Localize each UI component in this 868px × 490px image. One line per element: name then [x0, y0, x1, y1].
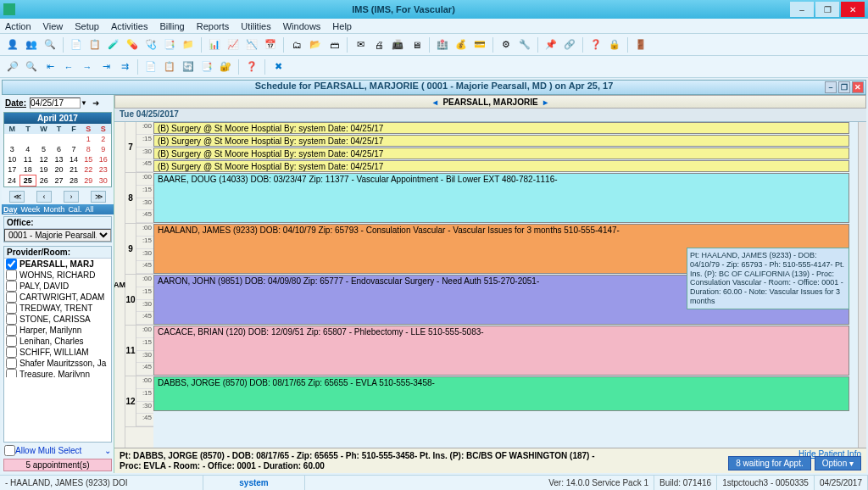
appointment-block[interactable]: (B) Surgery @ St Moore Hosptial By: syst…: [153, 122, 849, 134]
provider-item[interactable]: TREDWAY, TRENT: [4, 303, 111, 314]
lock-icon[interactable]: 🔒: [607, 37, 622, 53]
nav-fwd-icon[interactable]: →: [80, 59, 95, 75]
provider-item[interactable]: Lenihan, Charles: [4, 336, 111, 347]
date-go-button[interactable]: ➜: [89, 97, 103, 109]
menu-view[interactable]: View: [43, 21, 64, 31]
tool-icon[interactable]: 📅: [263, 37, 278, 53]
nav-last-icon[interactable]: ⇉: [117, 59, 132, 75]
tool-icon[interactable]: 🗃: [326, 37, 342, 53]
appointment-block[interactable]: (B) Surgery @ St Moore Hosptial By: syst…: [153, 135, 849, 147]
calendar-day[interactable]: 21: [66, 164, 81, 175]
calendar-day[interactable]: 4: [19, 144, 36, 154]
calendar-day[interactable]: 3: [4, 144, 19, 154]
search-icon[interactable]: 🔍: [24, 59, 39, 75]
tool-icon[interactable]: 📑: [199, 59, 214, 75]
office-select[interactable]: 0001 - Majorie Pearsall, MD: [4, 229, 111, 242]
date-dropdown-icon[interactable]: ▼: [81, 99, 87, 107]
cal-prev[interactable]: ‹: [36, 191, 52, 203]
child-maximize-button[interactable]: ❐: [838, 81, 850, 93]
calendar-day[interactable]: 12: [36, 154, 51, 164]
provider-item[interactable]: PEARSALL, MARJ: [4, 259, 111, 270]
calendar-day[interactable]: 26: [36, 175, 51, 187]
view-tab-day[interactable]: Day: [3, 205, 18, 214]
child-close-button[interactable]: ✕: [852, 81, 864, 93]
child-minimize-button[interactable]: –: [825, 81, 837, 93]
calendar-day[interactable]: 9: [96, 144, 110, 154]
tool-icon[interactable]: 🩺: [143, 37, 159, 53]
calendar-day[interactable]: [4, 134, 19, 144]
tool-icon[interactable]: 📌: [543, 37, 559, 53]
view-tab-cal[interactable]: Cal.: [68, 205, 81, 214]
calendar-day[interactable]: 7: [66, 144, 81, 154]
tool-icon[interactable]: 📈: [225, 37, 241, 53]
help-icon[interactable]: ❓: [588, 37, 604, 53]
calendar-day[interactable]: 27: [52, 175, 66, 187]
calendar-day[interactable]: 19: [36, 164, 51, 175]
calendar-day[interactable]: 16: [96, 154, 110, 164]
calendar-day[interactable]: 13: [52, 154, 66, 164]
tool-icon[interactable]: 📊: [207, 37, 222, 53]
cal-next[interactable]: ›: [64, 191, 79, 203]
calendar-day[interactable]: [19, 134, 36, 144]
calendar-day[interactable]: 17: [4, 164, 19, 175]
calendar-day[interactable]: 15: [81, 154, 96, 164]
calendar-day[interactable]: 8: [81, 144, 96, 154]
menu-activities[interactable]: Activities: [111, 21, 147, 31]
vertical-scrollbar[interactable]: [858, 122, 866, 448]
schedule-grid[interactable]: (B) Surgery @ St Moore Hosptial By: syst…: [153, 122, 858, 448]
provider-item[interactable]: WOHNS, RICHARD: [4, 270, 111, 281]
calendar-day[interactable]: 24: [4, 175, 19, 187]
calendar-day[interactable]: 30: [96, 175, 110, 187]
exit-icon[interactable]: 🚪: [633, 37, 648, 53]
calendar-day[interactable]: 2: [96, 134, 110, 144]
tool-icon[interactable]: 🏥: [435, 37, 450, 53]
appointment-block[interactable]: DABBS, JORGE (8570) DOB: 08/17/65 Zip: 6…: [153, 376, 849, 411]
tool-icon[interactable]: 🖨: [371, 37, 387, 53]
calendar-day[interactable]: [36, 134, 51, 144]
calendar-day[interactable]: 18: [19, 164, 36, 175]
tool-icon[interactable]: 💰: [453, 37, 469, 53]
cal-next-fast[interactable]: ≫: [91, 191, 106, 203]
minimize-button[interactable]: –: [790, 2, 814, 17]
tool-icon[interactable]: 🔗: [562, 37, 577, 53]
close-button[interactable]: ✕: [841, 2, 865, 17]
tool-icon[interactable]: 🔐: [218, 59, 233, 75]
menu-billing[interactable]: Billing: [159, 21, 184, 31]
calendar-day[interactable]: 6: [52, 144, 66, 154]
option-button[interactable]: Option ▾: [815, 456, 861, 471]
provider-next-icon[interactable]: ▸: [543, 97, 548, 107]
maximize-button[interactable]: ❐: [815, 2, 839, 17]
search-icon[interactable]: 🔎: [5, 59, 20, 75]
calendar-day[interactable]: 25: [19, 175, 36, 187]
tool-icon[interactable]: 💊: [125, 37, 140, 53]
help-icon[interactable]: ❓: [244, 59, 259, 75]
cal-prev-fast[interactable]: ≪: [9, 191, 25, 203]
view-tab-month[interactable]: Month: [43, 205, 64, 214]
calendar-day[interactable]: 10: [4, 154, 19, 164]
calendar-day[interactable]: 28: [66, 175, 81, 187]
tool-icon[interactable]: 📄: [69, 37, 84, 53]
provider-item[interactable]: PALY, DAVID: [4, 281, 111, 292]
tool-icon[interactable]: 📂: [308, 37, 323, 53]
allow-multi-toggle-icon[interactable]: ⌄: [104, 446, 111, 455]
calendar-day[interactable]: [52, 134, 66, 144]
menu-help[interactable]: Help: [332, 21, 352, 31]
waiting-for-appt-button[interactable]: 8 waiting for Appt.: [728, 456, 811, 471]
calendar-day[interactable]: 22: [81, 164, 96, 175]
tool-icon[interactable]: 📑: [162, 37, 177, 53]
tool-icon[interactable]: 📠: [390, 37, 405, 53]
tool-icon[interactable]: 💳: [472, 37, 487, 53]
calendar-day[interactable]: 20: [52, 164, 66, 175]
tool-icon[interactable]: 🔍: [42, 37, 58, 53]
calendar-day[interactable]: 23: [96, 164, 110, 175]
menu-windows[interactable]: Windows: [283, 21, 321, 31]
tool-icon[interactable]: 🔧: [517, 37, 532, 53]
calendar-day[interactable]: 14: [66, 154, 81, 164]
tool-icon[interactable]: 📉: [244, 37, 259, 53]
provider-item[interactable]: STONE, CARISSA: [4, 314, 111, 325]
tool-icon[interactable]: ✉: [353, 37, 368, 53]
allow-multi-checkbox[interactable]: Allow Multi Select ⌄: [2, 444, 114, 457]
date-input[interactable]: [30, 97, 81, 109]
tool-icon[interactable]: 🧪: [106, 37, 121, 53]
appointment-block[interactable]: BAARE, DOUG (14033) DOB: 03/23/47 Zip: 1…: [153, 173, 849, 223]
